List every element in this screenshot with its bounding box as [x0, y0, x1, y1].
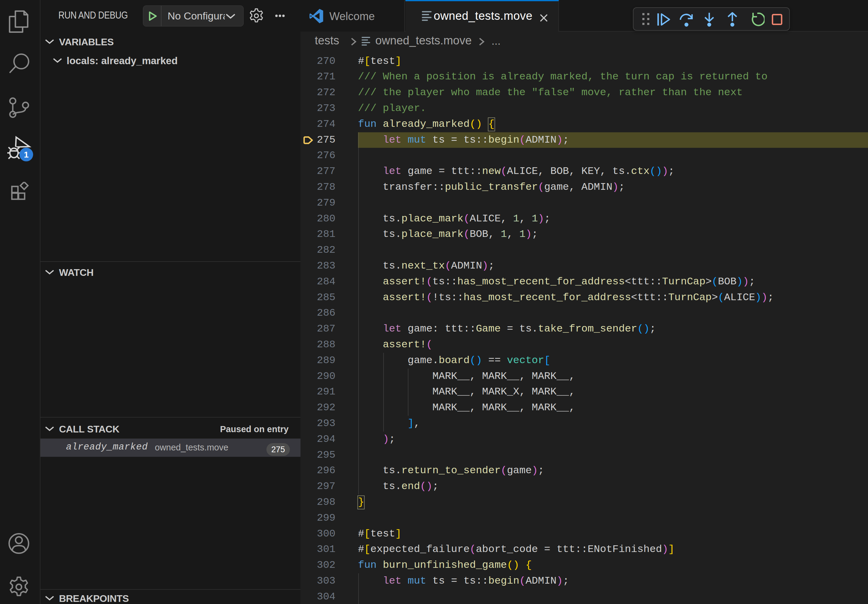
svg-text:1: 1	[24, 150, 29, 160]
